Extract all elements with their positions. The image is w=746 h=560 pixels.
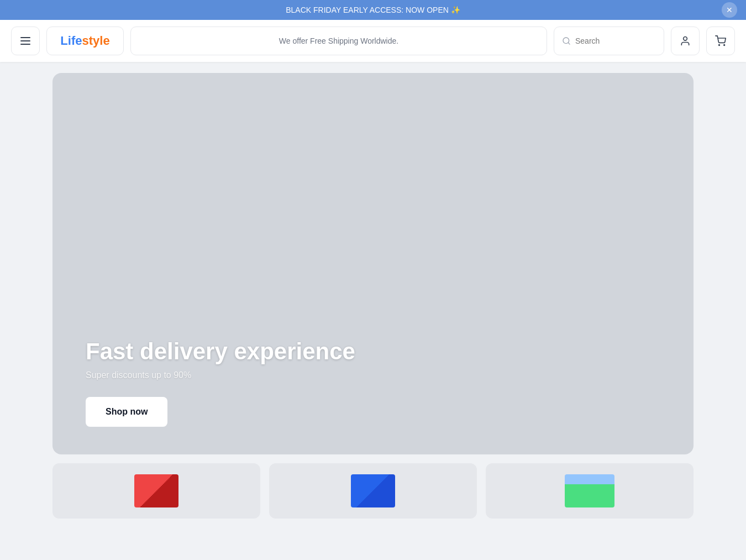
cart-icon (715, 35, 726, 46)
user-icon (680, 35, 691, 46)
menu-button[interactable] (11, 27, 40, 55)
hero-title: Fast delivery experience (86, 338, 355, 365)
search-icon (562, 36, 571, 45)
hero-subtitle: Super discounts up to 90% (86, 370, 355, 380)
product-image-outdoor (565, 474, 614, 507)
close-banner-button[interactable]: ✕ (722, 2, 737, 18)
shop-now-button[interactable]: Shop now (86, 397, 167, 427)
main-content: Fast delivery experience Super discounts… (41, 73, 705, 519)
banner-text: BLACK FRIDAY EARLY ACCESS: NOW OPEN ✨ (286, 6, 460, 14)
product-image-red (134, 474, 178, 507)
logo[interactable]: Lifestyle (46, 27, 124, 55)
product-image-blue (351, 474, 395, 507)
header: Lifestyle We offer Free Shipping Worldwi… (0, 20, 746, 62)
svg-point-3 (719, 45, 720, 46)
product-preview-row (52, 463, 694, 519)
svg-point-4 (724, 45, 725, 46)
logo-part2: style (82, 34, 109, 48)
user-account-button[interactable] (671, 27, 700, 55)
search-box[interactable] (554, 27, 664, 55)
hero-banner: Fast delivery experience Super discounts… (52, 73, 694, 454)
top-banner: BLACK FRIDAY EARLY ACCESS: NOW OPEN ✨ ✕ (0, 0, 746, 20)
shipping-banner: We offer Free Shipping Worldwide. (130, 27, 547, 55)
product-card[interactable] (269, 463, 477, 519)
shipping-text: We offer Free Shipping Worldwide. (279, 36, 398, 45)
cart-button[interactable] (706, 27, 735, 55)
product-card[interactable] (52, 463, 260, 519)
search-input[interactable] (575, 36, 656, 45)
hero-content: Fast delivery experience Super discounts… (86, 338, 355, 427)
hamburger-icon (20, 37, 30, 45)
svg-line-1 (568, 43, 570, 44)
svg-point-2 (684, 37, 687, 41)
logo-part1: Life (60, 34, 82, 48)
product-card[interactable] (486, 463, 694, 519)
